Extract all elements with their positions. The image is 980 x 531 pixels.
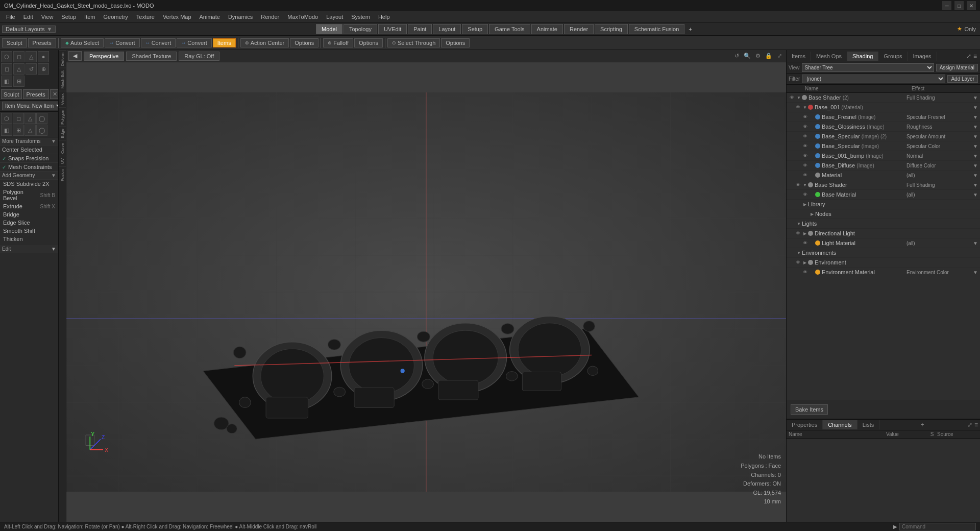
- falloff-button[interactable]: ⊗ Falloff: [323, 38, 353, 47]
- panel-menu-btn[interactable]: ≡: [973, 53, 977, 60]
- menu-item-dynamics[interactable]: Dynamics: [224, 13, 257, 21]
- prop-tab-plus[interactable]: +: [918, 420, 927, 430]
- vtab-deform[interactable]: Deform: [59, 50, 66, 68]
- shader-row-material[interactable]: 👁 Material (all) ▼: [787, 171, 980, 180]
- shader-row-nodes[interactable]: 👁 ▶ Nodes: [787, 209, 980, 219]
- item-menu-select[interactable]: Item Menu: New Item: [2, 102, 58, 110]
- icon-btn-5[interactable]: ◻: [1, 63, 12, 75]
- vis-btn-11[interactable]: 👁: [801, 190, 809, 199]
- icon-btn-8[interactable]: ⊕: [38, 63, 49, 75]
- menu-item-vertex-map[interactable]: Vertex Map: [159, 13, 195, 21]
- expand-btn-12[interactable]: ▶: [802, 200, 808, 208]
- presets-button[interactable]: Presets: [28, 38, 56, 47]
- convert-button-3[interactable]: ↔ Convert: [177, 38, 212, 47]
- center-selected[interactable]: Center Selected: [0, 146, 58, 154]
- options-button-2[interactable]: Options: [354, 38, 383, 47]
- shader-row-base001[interactable]: 👁 ▼ Base_001 (Material) ▼: [787, 103, 980, 112]
- vis-btn-15[interactable]: 👁: [794, 229, 802, 237]
- vis-btn-8[interactable]: 👁: [801, 161, 809, 170]
- expand-btn-18[interactable]: ▶: [802, 258, 808, 267]
- mesh-constraints[interactable]: ✓ Mesh Constraints: [0, 163, 58, 172]
- items-button[interactable]: Items: [213, 38, 236, 47]
- tab-setup[interactable]: Setup: [462, 24, 488, 34]
- shader-row-environment[interactable]: 👁 ▶ Environment: [787, 258, 980, 268]
- icon-btn-4[interactable]: ●: [38, 51, 49, 62]
- bottom-menu-btn[interactable]: ≡: [974, 421, 978, 428]
- vis-btn-19[interactable]: 👁: [801, 268, 809, 276]
- command-input[interactable]: [899, 523, 976, 530]
- shader-row-bump[interactable]: 👁 Base_001_bump (Image) Normal ▼: [787, 151, 980, 161]
- menu-item-maxtomodo[interactable]: MaxToModo: [283, 13, 322, 21]
- assign-material-button[interactable]: Assign Material: [936, 64, 978, 71]
- prop-tab-lists[interactable]: Lists: [857, 420, 880, 429]
- viewport-expand-icon[interactable]: ⤢: [775, 52, 784, 61]
- viewport-zoom-icon[interactable]: 🔍: [743, 52, 752, 61]
- shader-row-specular2[interactable]: 👁 Base_Specular (Image) Specular Color ▼: [787, 141, 980, 151]
- shader-row-lights[interactable]: 👁 ▼ Lights: [787, 219, 980, 229]
- second-icon-4[interactable]: ◯: [36, 113, 47, 124]
- tab-topology[interactable]: Topology: [344, 24, 377, 34]
- presets-left-btn[interactable]: Presets: [23, 89, 49, 99]
- shader-row-specular1[interactable]: 👁 Base_Specular (Image) (2) Specular Amo…: [787, 132, 980, 141]
- back-button[interactable]: ◀: [68, 51, 82, 61]
- panel-tab-groups[interactable]: Groups: [878, 52, 908, 61]
- expand-btn-13[interactable]: ▶: [809, 210, 815, 218]
- menu-item-layout[interactable]: Layout: [322, 13, 347, 21]
- menu-item-setup[interactable]: Setup: [57, 13, 80, 21]
- shader-tree[interactable]: 👁 ▼ Base Shader (2) Full Shading ▼ 👁 ▼: [787, 93, 980, 400]
- menu-item-view[interactable]: View: [37, 13, 58, 21]
- second-icon-7[interactable]: △: [24, 125, 36, 136]
- close-button[interactable]: ✕: [967, 1, 976, 10]
- panel-tab-items[interactable]: Items: [787, 52, 811, 61]
- tab-model[interactable]: Model: [316, 24, 342, 34]
- tab-game-tools[interactable]: Game Tools: [489, 24, 530, 34]
- shader-row-glossiness[interactable]: 👁 Base_Glossiness (Image) Roughness ▼: [787, 122, 980, 132]
- vis-btn-18[interactable]: 👁: [794, 258, 802, 267]
- viewport-tab-raygl[interactable]: Ray GL: Off: [179, 52, 219, 61]
- vtab-vertex[interactable]: Vertex: [59, 91, 66, 107]
- vtab-mesh-edit[interactable]: Mesh Edit: [59, 68, 66, 91]
- auto-select-button[interactable]: ◆ Auto Select: [61, 38, 104, 47]
- shader-row-base-material[interactable]: 👁 Base Material (all) ▼: [787, 190, 980, 200]
- second-icon-6[interactable]: ⊞: [13, 125, 24, 136]
- vis-btn-3[interactable]: 👁: [801, 113, 809, 121]
- tab-paint[interactable]: Paint: [408, 24, 432, 34]
- viewport-settings-icon[interactable]: ⚙: [753, 52, 763, 61]
- options-button-1[interactable]: Options: [290, 38, 318, 47]
- second-icon-5[interactable]: ◧: [1, 125, 12, 136]
- bake-items-button[interactable]: Bake Items: [791, 404, 828, 415]
- vis-btn-9[interactable]: 👁: [801, 171, 809, 179]
- menu-item-help[interactable]: Help: [374, 13, 394, 21]
- shader-row-base-shader-2[interactable]: 👁 ▼ Base Shader Full Shading ▼: [787, 180, 980, 190]
- icon-btn-10[interactable]: ⊞: [13, 76, 24, 87]
- tab-animate[interactable]: Animate: [531, 24, 563, 34]
- prop-tab-channels[interactable]: Channels: [823, 420, 857, 429]
- vis-btn-2[interactable]: 👁: [794, 103, 802, 111]
- shader-row-diffuse[interactable]: 👁 Base_Diffuse (Image) Diffuse Color ▼: [787, 161, 980, 171]
- tool-sds-subdivide[interactable]: SDS Subdivide 2X: [0, 180, 58, 188]
- add-layer-button[interactable]: Add Layer: [947, 75, 978, 83]
- expand-btn-14[interactable]: ▼: [796, 220, 802, 228]
- tool-thicken[interactable]: Thicken: [0, 235, 58, 243]
- vis-btn-7[interactable]: 👁: [801, 152, 809, 160]
- menu-item-animate[interactable]: Animate: [195, 13, 224, 21]
- menu-item-geometry[interactable]: Geometry: [100, 13, 132, 21]
- vis-btn-10[interactable]: 👁: [794, 181, 802, 189]
- options-button-3[interactable]: Options: [441, 38, 470, 47]
- expand-btn-15[interactable]: ▶: [802, 229, 808, 237]
- select-through-button[interactable]: ⊙ Select Through: [387, 38, 440, 47]
- tool-smooth-shift[interactable]: Smooth Shift: [0, 227, 58, 235]
- convert-button-2[interactable]: ↔ Convert: [141, 38, 176, 47]
- tool-extrude[interactable]: Extrude Shift X: [0, 202, 58, 210]
- menu-item-system[interactable]: System: [347, 13, 374, 21]
- shader-row-light-material[interactable]: 👁 Light Material (all) ▼: [787, 238, 980, 248]
- menu-item-render[interactable]: Render: [257, 13, 283, 21]
- viewport-lock-icon[interactable]: 🔒: [764, 52, 773, 61]
- icon-btn-2[interactable]: ◻: [13, 51, 24, 62]
- vis-btn-6[interactable]: 👁: [801, 142, 809, 150]
- icon-btn-6[interactable]: △: [13, 63, 24, 75]
- tab-schematic-fusion[interactable]: Schematic Fusion: [629, 24, 684, 34]
- tab-scripting[interactable]: Scripting: [595, 24, 628, 34]
- shader-row-library[interactable]: 👁 ▶ Library: [787, 200, 980, 209]
- tab-uvedit[interactable]: UVEdit: [378, 24, 407, 34]
